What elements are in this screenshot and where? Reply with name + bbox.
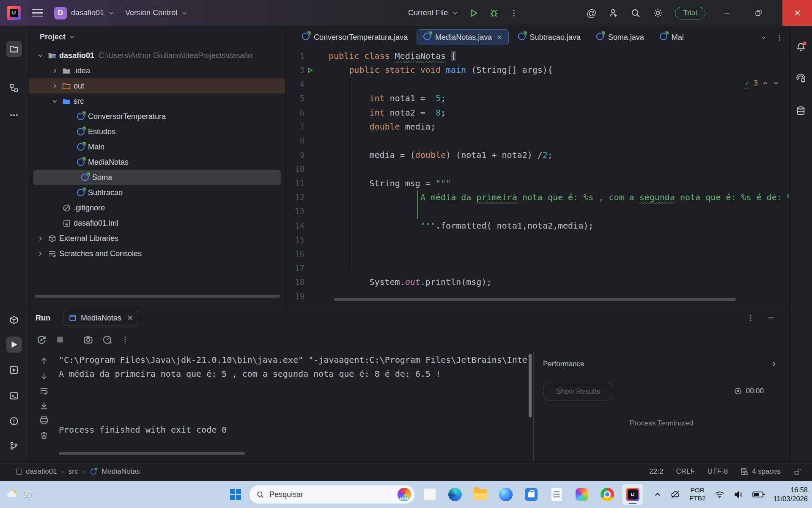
taskbar-app-chrome[interactable] <box>597 484 618 505</box>
language-indicator[interactable]: POR PTB2 <box>689 486 706 502</box>
restore-button[interactable] <box>749 0 768 26</box>
tree-chevron-icon[interactable] <box>35 52 46 59</box>
code-line-4[interactable]: 4 <box>286 77 789 91</box>
notifications-bell-icon[interactable] <box>793 39 809 55</box>
code-line-5[interactable]: 5int nota1 = 5; <box>286 91 789 105</box>
tree-item-estudos[interactable]: Estudos <box>29 124 285 139</box>
taskbar-app-intellij[interactable] <box>622 484 643 505</box>
hide-panel-icon[interactable] <box>767 314 775 322</box>
code-area[interactable]: 1public class MediaNotas {3public static… <box>286 49 789 307</box>
tree-item-scratches-and-consoles[interactable]: Scratches and Consoles <box>29 246 285 261</box>
code-line-14[interactable]: 14""".formatted( nota1,nota2,media); <box>286 219 789 233</box>
settings-gear-icon[interactable] <box>653 8 663 18</box>
taskbar-app-store[interactable] <box>521 484 542 505</box>
clear-console-trash-icon[interactable] <box>39 431 49 440</box>
soft-wrap-icon[interactable] <box>39 386 49 395</box>
code-line-16[interactable]: 16 <box>286 247 789 261</box>
onedrive-paused-icon[interactable] <box>670 489 681 500</box>
database-toolwindow-icon[interactable] <box>793 102 809 119</box>
run-button[interactable] <box>469 8 478 18</box>
console-horizontal-scrollbar[interactable] <box>59 452 245 455</box>
tree-chevron-icon[interactable] <box>35 235 46 242</box>
trial-badge[interactable]: Trial <box>675 7 705 19</box>
m365-badge-icon[interactable]: M365 <box>398 488 411 501</box>
tree-item-conversortemperatura[interactable]: ConversorTemperatura <box>29 109 285 124</box>
tree-item--idea[interactable]: .idea <box>29 63 285 78</box>
run-configuration-select[interactable]: Current File <box>408 8 458 17</box>
caret-position[interactable]: 22:2 <box>649 467 663 476</box>
code-line-17[interactable]: 17 <box>286 261 789 275</box>
tree-item-out[interactable]: out <box>29 78 285 94</box>
taskbar-app-document[interactable] <box>546 484 567 505</box>
tree-item-subtracao[interactable]: Subtracao <box>29 185 285 200</box>
tree-item-src[interactable]: src <box>29 94 285 109</box>
search-everywhere-button[interactable] <box>631 8 641 18</box>
taskbar-search[interactable]: Pesquisar M365 <box>249 485 415 504</box>
project-toolwindow-icon[interactable] <box>6 41 22 57</box>
run-toolwindow-icon[interactable] <box>6 337 22 353</box>
editor-tab-conversortemperatura-java[interactable]: ConversorTemperatura.java <box>295 29 414 45</box>
code-line-15[interactable]: 15 <box>286 233 789 247</box>
code-line-18[interactable]: 18System.out.println(msg); <box>286 275 789 289</box>
tree-item-soma[interactable]: Soma <box>33 170 281 185</box>
editor-tab-medianotas-java[interactable]: MediaNotas.java✕ <box>417 29 508 45</box>
prev-problem-chevron-icon[interactable] <box>762 80 768 86</box>
package-toolwindow-icon[interactable] <box>6 312 22 328</box>
ai-assistant-icon[interactable]: @ <box>586 7 596 19</box>
tree-item-dasafio01-iml[interactable]: dasafio01.iml <box>29 215 285 231</box>
encoding-indicator[interactable]: UTF-8 <box>708 467 728 476</box>
performance-expand-chevron-icon[interactable] <box>771 361 777 367</box>
tree-item--gitignore[interactable]: .gitignore <box>29 200 285 215</box>
code-line-1[interactable]: 1public class MediaNotas { <box>286 49 789 63</box>
tree-chevron-icon[interactable] <box>35 251 46 257</box>
tree-item-dasafio01[interactable]: dasafio01C:\Users\Arthur Giuliano\IdeaPr… <box>29 48 285 63</box>
services-toolwindow-icon[interactable] <box>6 362 22 378</box>
code-line-10[interactable]: 10 <box>286 162 789 176</box>
print-icon[interactable] <box>39 416 49 425</box>
minimize-button[interactable] <box>717 0 737 26</box>
close-run-tab-icon[interactable]: ✕ <box>126 313 133 323</box>
taskbar-app-copilot[interactable] <box>495 484 516 505</box>
more-actions-button[interactable] <box>510 9 518 17</box>
battery-icon[interactable] <box>752 490 765 499</box>
unlock-icon[interactable] <box>793 468 801 475</box>
problems-toolwindow-icon[interactable] <box>6 413 22 429</box>
editor-horizontal-scrollbar[interactable] <box>334 298 736 301</box>
project-widget[interactable]: D dasafio01 <box>54 7 114 19</box>
code-line-3[interactable]: 3public static void main (String[] args)… <box>286 63 789 77</box>
code-line-19[interactable]: 19 <box>286 290 789 304</box>
code-line-7[interactable]: 7double media; <box>286 120 789 134</box>
taskbar-clock[interactable]: 16:58 11/03/2026 <box>774 486 808 504</box>
down-stacktrace-icon[interactable] <box>39 371 49 381</box>
profiler-button[interactable] <box>102 335 112 345</box>
tab-options-kebab-icon[interactable] <box>776 34 783 41</box>
editor-tab-subtracao-java[interactable]: Subtracao.java <box>511 29 587 45</box>
hidden-icons-chevron-icon[interactable] <box>654 491 661 498</box>
scroll-to-end-icon[interactable] <box>39 401 49 410</box>
tab-list-chevron-icon[interactable] <box>760 35 766 41</box>
show-results-button[interactable]: Show Results <box>543 383 613 400</box>
wifi-icon[interactable] <box>714 489 725 500</box>
weather-widget[interactable]: 30° <box>7 481 35 508</box>
code-line-6[interactable]: 6int nota2 = 8; <box>286 106 789 120</box>
close-button[interactable] <box>782 0 812 26</box>
taskbar-app-file-explorer[interactable] <box>470 484 491 505</box>
stop-button[interactable] <box>56 335 64 344</box>
tree-item-external-libraries[interactable]: External Libraries <box>29 231 285 246</box>
line-ending-indicator[interactable]: CRLF <box>676 467 694 476</box>
version-control-menu[interactable]: Version Control <box>125 8 187 17</box>
console-output[interactable]: "C:\Program Files\Java\jdk-21.0.10\bin\j… <box>59 351 533 462</box>
breadcrumb[interactable]: dasafio01 › src › MediaNotas <box>0 467 140 476</box>
tree-item-medianotas[interactable]: MediaNotas <box>29 155 285 170</box>
project-panel-header[interactable]: Project <box>29 26 285 48</box>
tree-chevron-icon[interactable] <box>49 83 60 89</box>
version-control-toolwindow-icon[interactable] <box>6 438 22 454</box>
start-button[interactable] <box>226 485 245 504</box>
code-line-9[interactable]: 9media = (double) (nota1 + nota2) /2; <box>286 148 789 162</box>
terminal-toolwindow-icon[interactable] <box>6 388 22 404</box>
volume-icon[interactable] <box>733 489 744 500</box>
taskbar-app-app-window[interactable] <box>419 484 440 505</box>
debug-button[interactable] <box>489 8 499 18</box>
tree-chevron-icon[interactable] <box>49 68 60 74</box>
editor-tab-mai[interactable]: Mai <box>653 29 689 45</box>
